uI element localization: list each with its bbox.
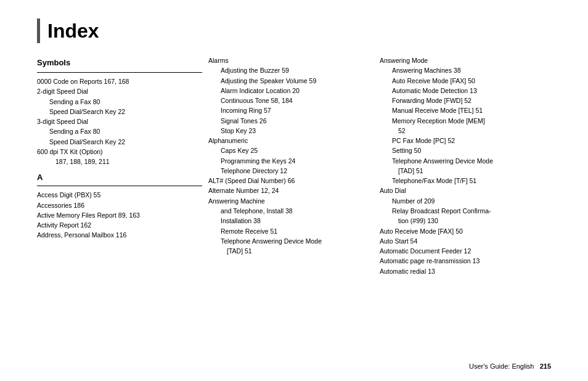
symbols-entries: 0000 Code on Reports 167, 168 2-digit Sp… <box>37 76 202 166</box>
list-item: Activity Report 162 <box>37 220 202 230</box>
symbols-divider <box>37 72 202 73</box>
list-item: 600 dpi TX Kit (Option) <box>37 147 202 157</box>
list-item: Relay Broadcast Report Confirma- <box>380 206 545 216</box>
list-item: Automatic Mode Detection 13 <box>380 86 545 96</box>
footer-text: User's Guide: English <box>469 363 534 370</box>
list-item: Telephone/Fax Mode [T/F] 51 <box>380 176 545 186</box>
list-item: Adjusting the Buzzer 59 <box>208 65 374 75</box>
list-item: Sending a Fax 80 <box>37 126 202 136</box>
list-item: Auto Receive Mode [FAX] 50 <box>380 226 545 236</box>
list-item: 52 <box>380 126 545 136</box>
list-item: PC Fax Mode [PC] 52 <box>380 136 545 145</box>
list-item: Automatic Document Feeder 12 <box>380 246 545 256</box>
list-item: Setting 50 <box>380 145 545 155</box>
list-item: Answering Machine <box>208 196 374 206</box>
list-item: [TAD] 51 <box>208 246 374 256</box>
list-item: Automatic page re-transmission 13 <box>380 256 545 266</box>
list-item: Address, Personal Mailbox 116 <box>37 230 202 240</box>
list-item: 0000 Code on Reports 167, 168 <box>37 76 202 86</box>
list-item: Remote Receive 51 <box>208 226 374 236</box>
list-item: Forwarding Mode [FWD] 52 <box>380 96 545 105</box>
title-text: Index <box>47 20 99 43</box>
list-item: Speed Dial/Search Key 22 <box>37 107 202 117</box>
list-item: Continuous Tone 58, 184 <box>208 96 374 105</box>
page-container: Index Symbols 0000 Code on Reports 167, … <box>0 0 588 381</box>
list-item: [TAD] 51 <box>380 166 545 176</box>
a-divider <box>37 186 202 186</box>
list-item: 2-digit Speed Dial <box>37 86 202 96</box>
page-number: 215 <box>540 363 551 370</box>
list-item: Manual Receive Mode [TEL] 51 <box>380 105 545 115</box>
list-item: Number of 209 <box>380 196 545 206</box>
list-item: 3-digit Speed Dial <box>37 117 202 126</box>
list-item: Auto Receive Mode [FAX] 50 <box>380 76 545 86</box>
list-item: Caps Key 25 <box>208 145 374 155</box>
list-item: ALT# (Speed Dial Number) 66 <box>208 176 374 186</box>
page-title: Index <box>37 18 551 43</box>
list-item: Stop Key 23 <box>208 126 374 136</box>
list-item: Automatic redial 13 <box>380 266 545 276</box>
list-item: Active Memory Files Report 89, 163 <box>37 210 202 220</box>
list-item: Speed Dial/Search Key 22 <box>37 137 202 147</box>
content-area: Symbols 0000 Code on Reports 167, 168 2-… <box>37 55 551 276</box>
list-item: Telephone Answering Device Mode <box>380 156 545 166</box>
list-item: Installation 38 <box>208 216 374 226</box>
list-item: Telephone Answering Device Mode <box>208 236 374 246</box>
column-1: Symbols 0000 Code on Reports 167, 168 2-… <box>37 55 208 276</box>
list-item: Auto Start 54 <box>380 236 545 246</box>
list-item: and Telephone, Install 38 <box>208 206 374 216</box>
list-item: Access Digit (PBX) 55 <box>37 190 202 200</box>
answering-mode-entries: Answering Mode Answering Machines 38 Aut… <box>380 55 545 276</box>
list-item: Alarm Indicator Location 20 <box>208 86 374 96</box>
list-item: Programming the Keys 24 <box>208 156 374 166</box>
list-item: Telephone Directory 12 <box>208 166 374 176</box>
list-item: Alternate Number 12, 24 <box>208 186 374 195</box>
footer: User's Guide: English 215 <box>469 363 551 370</box>
list-item: Sending a Fax 80 <box>37 97 202 107</box>
list-item: 187, 188, 189, 211 <box>37 157 202 166</box>
list-item: Signal Tones 26 <box>208 116 374 126</box>
letter-a-heading: A <box>37 173 202 182</box>
title-bar <box>37 18 40 43</box>
list-item: tion (#99) 130 <box>380 216 545 226</box>
alarms-entries: Alarms Adjusting the Buzzer 59 Adjusting… <box>208 55 374 256</box>
list-item: Accessories 186 <box>37 200 202 210</box>
a-entries: Access Digit (PBX) 55 Accessories 186 Ac… <box>37 190 202 240</box>
list-item: Alarms <box>208 55 374 65</box>
list-item: Memory Reception Mode [MEM] <box>380 116 545 126</box>
list-item: Answering Mode <box>380 55 545 65</box>
list-item: Adjusting the Speaker Volume 59 <box>208 76 374 86</box>
list-item: Alphanumeric <box>208 136 374 145</box>
column-2: Alarms Adjusting the Buzzer 59 Adjusting… <box>208 55 380 276</box>
list-item: Answering Machines 38 <box>380 65 545 75</box>
list-item: Auto Dial <box>380 186 545 195</box>
symbols-heading: Symbols <box>37 58 202 67</box>
column-3: Answering Mode Answering Machines 38 Aut… <box>380 55 551 276</box>
list-item: Incoming Ring 57 <box>208 105 374 115</box>
